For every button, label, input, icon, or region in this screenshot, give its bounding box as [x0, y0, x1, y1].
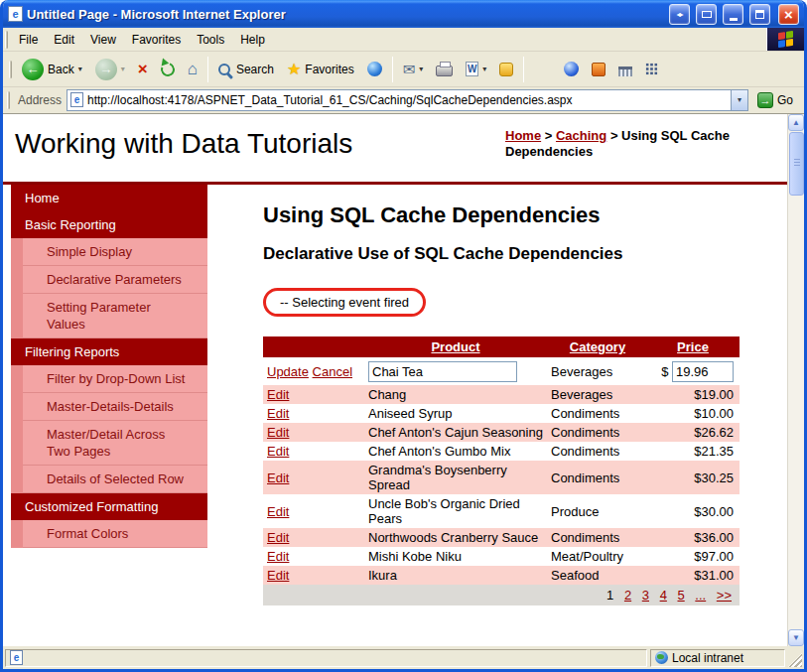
- edit-link[interactable]: Edit: [267, 530, 289, 545]
- product-cell: Uncle Bob's Organic Dried Pears: [364, 494, 547, 528]
- category-cell: Seafood: [547, 566, 648, 585]
- pager-ellipsis-link[interactable]: ...: [695, 588, 706, 603]
- pager-page-link[interactable]: 5: [677, 588, 684, 603]
- minimize-button[interactable]: [723, 4, 743, 25]
- sidebar-item-home[interactable]: Home: [11, 185, 207, 211]
- scroll-up-button[interactable]: ▲: [788, 114, 804, 131]
- titlebar[interactable]: e Untitled Page - Microsoft Internet Exp…: [3, 0, 804, 28]
- price-cell: $19.00: [648, 385, 740, 404]
- menu-tools[interactable]: Tools: [189, 28, 232, 51]
- sidebar-item-master-detail-two-pages[interactable]: Master/Detail Across Two Pages: [23, 421, 207, 466]
- maximize-button[interactable]: [749, 4, 770, 25]
- address-input[interactable]: [87, 91, 727, 109]
- grid-dots-icon: [645, 63, 658, 75]
- menu-help[interactable]: Help: [232, 28, 273, 51]
- search-icon: [218, 64, 230, 75]
- breadcrumb-home-link[interactable]: Home: [505, 128, 541, 143]
- sidebar-item-customized-formatting[interactable]: Customized Formatting: [11, 493, 207, 520]
- sidebar-item-simple-display[interactable]: Simple Display: [23, 238, 207, 266]
- menu-grip-handle[interactable]: [5, 31, 8, 49]
- print-button[interactable]: [430, 58, 459, 80]
- close-button[interactable]: ×: [778, 4, 799, 25]
- sort-product-link[interactable]: Product: [431, 339, 479, 354]
- resize-grip[interactable]: [788, 653, 802, 667]
- sidebar-item-basic-reporting[interactable]: Basic Reporting: [11, 211, 207, 238]
- home-button[interactable]: ⌂: [182, 57, 203, 81]
- sidebar-item-master-details-details[interactable]: Master-Details-Details: [23, 393, 207, 421]
- selecting-event-callout: -- Selecting event fired: [263, 288, 426, 317]
- product-cell: Chef Anton's Gumbo Mix: [364, 442, 547, 461]
- edit-link[interactable]: Edit: [267, 406, 289, 421]
- forward-button[interactable]: → ▾: [89, 55, 131, 84]
- breadcrumb-caching-link[interactable]: Caching: [556, 128, 606, 143]
- sidebar-item-setting-parameter-values[interactable]: Setting Parameter Values: [23, 294, 207, 338]
- word-document-icon: W: [466, 62, 478, 76]
- update-link[interactable]: Update: [267, 364, 309, 379]
- go-label: Go: [777, 93, 793, 107]
- address-grip-handle[interactable]: [7, 91, 10, 109]
- scrollbar-thumb[interactable]: [789, 132, 804, 196]
- edit-link[interactable]: Edit: [267, 549, 289, 564]
- stop-button[interactable]: ×: [132, 57, 154, 81]
- sidebar-item-filtering-reports[interactable]: Filtering Reports: [11, 338, 207, 365]
- vertical-scrollbar[interactable]: ▲ ▼: [787, 114, 804, 646]
- sidebar-item-format-colors[interactable]: Format Colors: [23, 520, 207, 548]
- sidebar-item-filter-by-dropdown-list[interactable]: Filter by Drop-Down List: [23, 365, 207, 393]
- product-name-input[interactable]: [368, 361, 517, 382]
- site-header: Working with Data Tutorials Home > Cachi…: [3, 114, 787, 185]
- links-button[interactable]: [639, 59, 664, 79]
- edit-link[interactable]: Edit: [267, 568, 289, 583]
- edit-link[interactable]: Edit: [267, 387, 289, 402]
- cancel-link[interactable]: Cancel: [313, 364, 352, 379]
- category-cell: Condiments: [547, 404, 648, 423]
- edit-link[interactable]: Edit: [267, 470, 289, 485]
- edit-link[interactable]: Edit: [267, 444, 289, 459]
- sort-category-link[interactable]: Category: [570, 339, 625, 354]
- msn-button[interactable]: [558, 58, 585, 80]
- price-cell: $30.25: [648, 461, 740, 494]
- main-content: Using SQL Cache Dependencies Declarative…: [207, 185, 787, 605]
- product-cell: Ikura: [364, 566, 547, 585]
- messenger-button[interactable]: [493, 59, 519, 80]
- pager-page-link[interactable]: 3: [642, 588, 649, 603]
- toolbar-grip-handle[interactable]: [9, 61, 12, 78]
- back-button[interactable]: ← Back ▾: [16, 55, 88, 84]
- printer-icon: [436, 66, 453, 76]
- scroll-down-button[interactable]: ▼: [788, 629, 804, 646]
- sidebar-item-details-of-selected-row[interactable]: Details of Selected Row: [23, 466, 207, 493]
- pager-page-link[interactable]: 4: [660, 588, 667, 603]
- sort-price-link[interactable]: Price: [677, 339, 709, 354]
- menu-view[interactable]: View: [82, 28, 124, 51]
- media-button[interactable]: [361, 58, 388, 80]
- menu-favorites[interactable]: Favorites: [124, 28, 189, 51]
- price-input[interactable]: [672, 361, 734, 382]
- standard-toolbar: ← Back ▾ → ▾ × ⌂ Search ★ Favorites ✉ ▾ …: [3, 52, 804, 87]
- window-extra-button-2[interactable]: [696, 4, 717, 25]
- windows-flag-icon: [778, 31, 793, 48]
- address-dropdown-button[interactable]: ▾: [731, 90, 747, 110]
- go-button[interactable]: → Go: [753, 90, 800, 110]
- search-button[interactable]: Search: [212, 59, 280, 80]
- mail-button[interactable]: ✉ ▾: [397, 58, 430, 80]
- price-cell: $31.00: [648, 566, 740, 585]
- back-arrow-icon: ←: [22, 59, 44, 80]
- back-label: Back: [48, 63, 74, 76]
- refresh-button[interactable]: [155, 59, 181, 80]
- menu-file[interactable]: File: [11, 28, 46, 51]
- research-button[interactable]: [612, 59, 638, 80]
- edit-with-word-button[interactable]: W ▾: [460, 58, 492, 80]
- favorites-button[interactable]: ★ Favorites: [281, 58, 360, 81]
- window-extra-button-1[interactable]: ◂▸: [669, 4, 690, 25]
- building-icon: [618, 67, 632, 76]
- pager-page-link[interactable]: 2: [624, 588, 631, 603]
- edit-link[interactable]: Edit: [267, 504, 289, 519]
- price-cell: $21.35: [648, 442, 740, 461]
- minimize-icon: [730, 18, 738, 21]
- toolbar-separator: [392, 57, 393, 82]
- addon-button-orange[interactable]: [586, 59, 611, 80]
- menu-edit[interactable]: Edit: [46, 28, 82, 51]
- sidebar-item-declarative-parameters[interactable]: Declarative Parameters: [23, 266, 207, 294]
- edit-link[interactable]: Edit: [267, 425, 289, 440]
- pager-next-link[interactable]: >>: [717, 588, 732, 603]
- orange-box-icon: [592, 63, 605, 76]
